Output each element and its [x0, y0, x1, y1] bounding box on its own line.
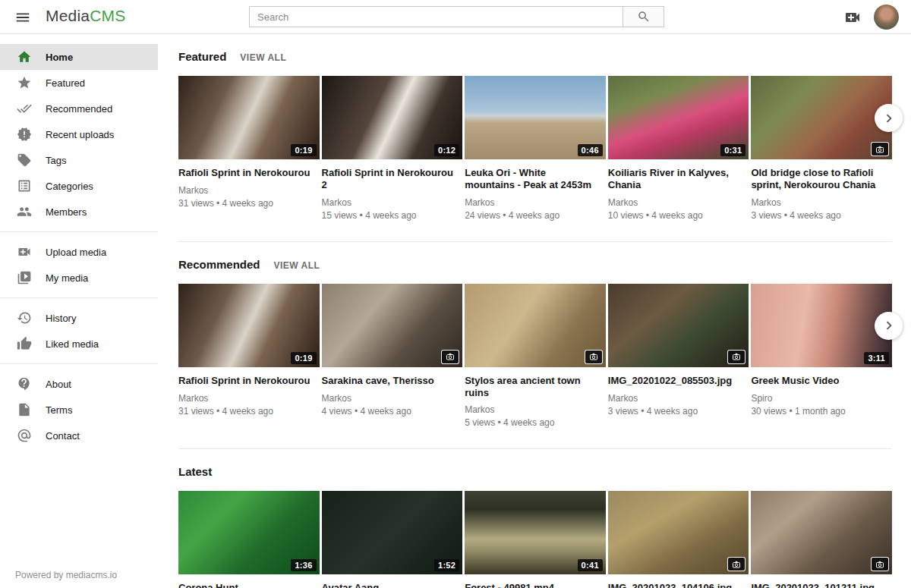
media-card[interactable]: 1:36 Corona Hunt Dickson Jr. 6 views • 4…	[178, 491, 320, 588]
media-title[interactable]: Koiliaris River in Kalyves, Chania	[608, 167, 749, 191]
view-all-link[interactable]: VIEW ALL	[274, 260, 320, 271]
sidebar-item-label: About	[46, 379, 71, 390]
media-card[interactable]: Stylos area ancient town ruins Markos 5 …	[465, 284, 606, 429]
media-card[interactable]: Sarakina cave, Therisso Markos 4 views •…	[322, 284, 463, 429]
media-title[interactable]: Corona Hunt	[178, 582, 320, 588]
media-card[interactable]: 3:11 Greek Music Video Spiro 30 views • …	[751, 284, 892, 429]
media-card[interactable]: 0:12 Rafioli Sprint in Nerokourou 2 Mark…	[322, 76, 463, 221]
media-card[interactable]: IMG_20201022_085503.jpg Markos 3 views •…	[608, 284, 749, 429]
media-meta: 31 views • 4 weeks ago	[178, 406, 320, 417]
media-author[interactable]: Markos	[751, 197, 892, 208]
media-thumbnail[interactable]	[751, 491, 892, 574]
media-meta: 5 views • 4 weeks ago	[465, 417, 606, 428]
media-card[interactable]: Old bridge close to Rafioli sprint, Nero…	[751, 76, 892, 221]
media-thumbnail[interactable]: 0:41	[465, 491, 606, 574]
media-meta: 30 views • 1 month ago	[751, 406, 892, 417]
media-title[interactable]: Rafioli Sprint in Nerokourou	[178, 167, 320, 179]
media-thumbnail[interactable]: 3:11	[751, 284, 892, 367]
view-all-link[interactable]: VIEW ALL	[240, 52, 286, 63]
media-thumbnail[interactable]: 1:52	[322, 491, 463, 574]
media-card[interactable]: 0:41 Forest - 49981.mp4 test 17 views • …	[465, 491, 606, 588]
sidebar-item-my-media[interactable]: My media	[0, 265, 158, 291]
help-bubble-icon	[17, 376, 32, 391]
sidebar-item-members[interactable]: Members	[0, 199, 158, 225]
media-thumbnail[interactable]: 0:46	[465, 76, 606, 159]
sidebar-item-categories[interactable]: Categories	[0, 173, 158, 199]
duration-badge: 3:11	[864, 352, 889, 364]
media-author[interactable]: Markos	[608, 197, 749, 208]
media-thumbnail[interactable]	[608, 491, 749, 574]
sidebar-item-terms[interactable]: Terms	[0, 397, 158, 423]
media-thumbnail[interactable]: 0:12	[322, 76, 463, 159]
sidebar-item-label: Tags	[46, 155, 66, 166]
media-card[interactable]: 0:31 Koiliaris River in Kalyves, Chania …	[608, 76, 749, 221]
media-card[interactable]: 0:19 Rafioli Sprint in Nerokourou Markos…	[178, 284, 320, 429]
media-thumbnail[interactable]: 1:36	[178, 491, 320, 574]
top-bar: MediaCMS	[0, 0, 911, 34]
tag-icon	[17, 153, 32, 168]
sidebar-item-history[interactable]: History	[0, 305, 158, 331]
logo[interactable]: MediaCMS	[46, 7, 125, 25]
media-title[interactable]: Forest - 49981.mp4	[465, 582, 606, 588]
media-title[interactable]: IMG_20201022_085503.jpg	[608, 375, 749, 387]
section-latest: Latest 1:36 Corona Hunt Dickson Jr. 6 vi…	[178, 449, 892, 588]
photo-camera-icon	[585, 350, 603, 364]
sidebar-item-recent-uploads[interactable]: Recent uploads	[0, 121, 158, 147]
media-card[interactable]: 0:19 Rafioli Sprint in Nerokourou Markos…	[178, 76, 320, 221]
media-title[interactable]: Stylos area ancient town ruins	[465, 375, 606, 399]
sidebar-item-liked-media[interactable]: Liked media	[0, 331, 158, 357]
media-thumbnail[interactable]: 0:19	[178, 76, 320, 159]
sidebar-item-tags[interactable]: Tags	[0, 147, 158, 173]
media-author[interactable]: Markos	[465, 404, 606, 415]
media-author[interactable]: Markos	[322, 393, 463, 404]
media-card[interactable]: 1:52 Avatar Aang Dickson Jr. 12 views • …	[322, 491, 463, 588]
media-author[interactable]: Markos	[322, 197, 463, 208]
sidebar-item-home[interactable]: Home	[0, 44, 158, 70]
media-author[interactable]: Markos	[608, 393, 749, 404]
media-thumbnail[interactable]: 0:19	[178, 284, 320, 367]
sidebar-item-about[interactable]: About	[0, 371, 158, 397]
upload-media-icon[interactable]	[843, 8, 862, 27]
sidebar-item-recommended[interactable]: Recommended	[0, 96, 158, 121]
search-button[interactable]	[623, 6, 664, 27]
media-title[interactable]: Greek Music Video	[751, 375, 892, 387]
media-meta: 24 views • 4 weeks ago	[465, 210, 606, 221]
video-library-icon	[17, 270, 32, 285]
main-content: Featured VIEW ALL 0:19 Rafioli Sprint in…	[178, 34, 892, 588]
sidebar: Home Featured Recommended Recent uploads…	[0, 34, 158, 588]
media-thumbnail[interactable]	[322, 284, 463, 367]
media-title[interactable]: Sarakina cave, Therisso	[322, 375, 463, 387]
sidebar-item-featured[interactable]: Featured	[0, 70, 158, 96]
sidebar-item-label: Home	[46, 52, 73, 63]
sidebar-item-upload-media[interactable]: Upload media	[0, 239, 158, 265]
hamburger-menu-icon[interactable]	[14, 8, 32, 27]
sidebar-item-label: Featured	[46, 77, 85, 89]
media-author[interactable]: Markos	[178, 393, 320, 404]
duration-badge: 0:31	[720, 144, 746, 156]
people-icon	[17, 204, 32, 219]
carousel-next-button[interactable]	[875, 312, 903, 340]
media-author[interactable]: Markos	[178, 185, 320, 196]
media-thumbnail[interactable]	[751, 76, 892, 159]
media-title[interactable]: IMG_20201023_104106.jpg	[608, 582, 749, 588]
photo-camera-icon	[727, 557, 746, 571]
media-card[interactable]: 0:46 Leuka Ori - White mountains - Peak …	[465, 76, 606, 221]
sidebar-item-contact[interactable]: Contact	[0, 423, 158, 448]
media-thumbnail[interactable]	[608, 284, 749, 367]
avatar[interactable]	[874, 5, 899, 30]
media-card[interactable]: IMG_20201023_104106.jpg Markos 4 views •…	[608, 491, 749, 588]
media-title[interactable]: Rafioli Sprint in Nerokourou 2	[322, 167, 463, 191]
home-icon	[17, 49, 32, 64]
media-author[interactable]: Markos	[465, 197, 606, 208]
media-title[interactable]: Leuka Ori - White mountains - Peak at 24…	[465, 167, 606, 191]
search-input[interactable]	[249, 6, 623, 27]
media-thumbnail[interactable]: 0:31	[608, 76, 749, 159]
media-title[interactable]: IMG_20201023_101211.jpg	[751, 582, 892, 588]
media-title[interactable]: Rafioli Sprint in Nerokourou	[178, 375, 320, 387]
media-thumbnail[interactable]	[465, 284, 606, 367]
media-card[interactable]: IMG_20201023_101211.jpg Markos 4 views •…	[751, 491, 892, 588]
media-author[interactable]: Spiro	[751, 393, 892, 404]
media-title[interactable]: Old bridge close to Rafioli sprint, Nero…	[751, 167, 892, 191]
media-title[interactable]: Avatar Aang	[322, 582, 463, 588]
carousel-next-button[interactable]	[875, 104, 903, 132]
